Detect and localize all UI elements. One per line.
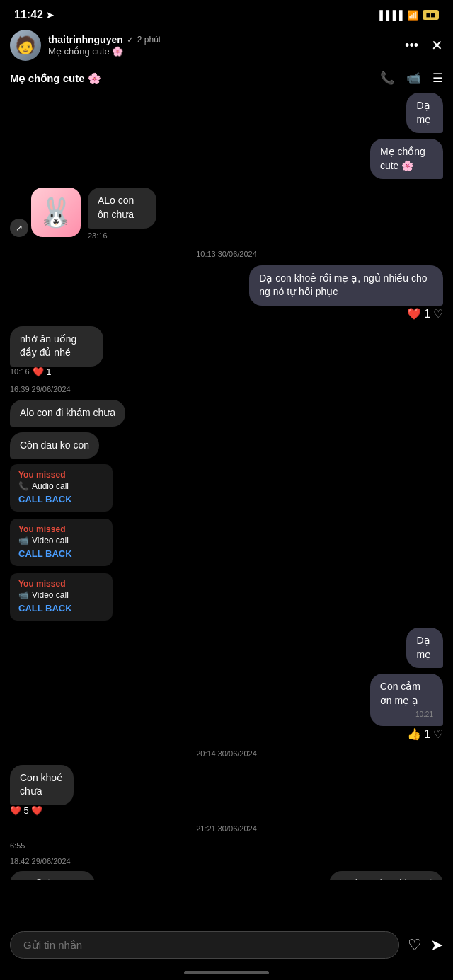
- signal-icon: ▐▐▐▐: [377, 10, 403, 21]
- message-row: Dạ mẹ: [10, 93, 443, 133]
- missed-call-box: You missed 📹 Video call CALL BACK: [10, 519, 113, 566]
- call-back-button[interactable]: CALL BACK: [18, 492, 104, 506]
- chat-name: Mẹ chồng cute 🌸: [48, 46, 161, 57]
- incoming-bubble: Alo con đi khám chưa: [10, 400, 125, 427]
- incoming-bubble: Con khoẻ chưa: [10, 765, 74, 805]
- incoming-video-call-bubble: 📹 Incoming video call 7 mins 47 sec: [329, 871, 443, 880]
- message-input[interactable]: [10, 931, 399, 959]
- audio-call-icon: 📞: [18, 481, 29, 491]
- outgoing-bubble: Dạ mẹ: [406, 93, 443, 133]
- more-icon[interactable]: •••: [405, 38, 418, 53]
- video-call-icon: 📹: [18, 590, 29, 600]
- msg-wrapper: Con cảm ơn mẹ ạ 10:21 👍 1 ♡: [342, 674, 443, 740]
- sticker-time: 23:16: [88, 231, 183, 240]
- you-missed-label: You missed: [18, 579, 104, 589]
- you-missed-label: You missed: [18, 470, 104, 480]
- heart-outline[interactable]: ♡: [433, 727, 443, 741]
- missed-video-row-2: You missed 📹 Video call CALL BACK: [10, 573, 443, 622]
- send-icon[interactable]: ➤: [430, 936, 443, 955]
- sticker: 🐰: [31, 188, 81, 237]
- menu-icon[interactable]: ☰: [432, 71, 443, 86]
- username: thaitrinhnguyen: [48, 34, 123, 45]
- call-type: 📞 Audio call: [18, 481, 104, 491]
- msg-text: nhớ ăn uống đầy đủ nhé: [20, 333, 76, 359]
- missed-call-box: You missed 📞 Audio call CALL BACK: [10, 464, 113, 512]
- reaction: 👍 1: [407, 727, 430, 741]
- call-back-button[interactable]: CALL BACK: [18, 547, 104, 560]
- heart-icon[interactable]: ♡: [408, 936, 422, 955]
- story-header: 🧑 thaitrinhnguyen ✓ 2 phút Mẹ chồng cute…: [0, 25, 453, 67]
- reaction: ❤️ 5 ❤️: [10, 805, 42, 816]
- date-row: 16:39 29/06/2024: [10, 385, 443, 393]
- msg-text: Dạ mẹ: [416, 100, 431, 125]
- status-bar: 11:42 ➤ ▐▐▐▐ 📶 ■■: [0, 0, 453, 25]
- bottom-bar: ♡ ➤: [10, 931, 443, 959]
- call-back-button[interactable]: CALL BACK: [18, 601, 104, 615]
- msg-text: Dạ mẹ: [416, 635, 431, 660]
- msg-text: Con khoẻ chưa: [20, 772, 63, 797]
- incoming-bubble: Còn đau ko con: [10, 432, 99, 459]
- chat-area: Mẹ chồng cute 🌸 📞 📹 ☰ Dạ mẹ Mẹ chồng cut…: [0, 67, 453, 880]
- status-icons: ▐▐▐▐ 📶 ■■: [377, 10, 439, 21]
- user-info: thaitrinhnguyen ✓ 2 phút Mẹ chồng cute 🌸: [48, 34, 161, 57]
- time-ago: 2 phút: [137, 35, 161, 45]
- incoming-bubble: nhớ ăn uống đầy đủ nhé: [10, 326, 103, 367]
- chat-title: Mẹ chồng cute 🌸: [10, 72, 101, 85]
- outgoing-call-bubble: 📞 Outgo 1 m: [10, 871, 95, 880]
- video-call-icon: 📹: [18, 536, 29, 546]
- msg-text: Alo con đi khám chưa: [20, 407, 115, 418]
- call-type: 📹 Video call: [18, 536, 104, 546]
- msg-time: 10:21: [380, 710, 433, 720]
- message-row: Con khoẻ chưa ❤️ 5 ❤️: [10, 765, 443, 816]
- reaction: ❤️ 1: [407, 307, 430, 321]
- reaction: ❤️ 1: [33, 367, 52, 377]
- message-row: Dạ con khoẻ rồi mẹ ạ, ngủ nhiều cho ng n…: [10, 265, 443, 321]
- call-type-label: Audio call: [32, 481, 69, 491]
- date-label: 18:42 29/06/2024: [10, 857, 443, 865]
- you-missed-label: You missed: [18, 524, 104, 534]
- call-type-label: Video call: [32, 590, 69, 600]
- msg-text: Còn đau ko con: [20, 439, 89, 451]
- message-row: Mẹ chồng cute 🌸: [10, 139, 443, 179]
- msg-text: Mẹ chồng cute 🌸: [380, 146, 425, 171]
- missed-call-box: You missed 📹 Video call CALL BACK: [10, 573, 113, 621]
- message-row: Dạ mẹ: [10, 628, 443, 668]
- message-row: Còn đau ko con: [10, 432, 443, 459]
- close-icon[interactable]: ✕: [431, 37, 443, 54]
- timestamp: 10:13 30/06/2024: [10, 250, 443, 258]
- verified-icon: ✓: [127, 35, 134, 45]
- reaction-row: 👍 1 ♡: [407, 727, 443, 741]
- message-row: nhớ ăn uống đầy đủ nhé 10:16 ❤️ 1: [10, 326, 443, 377]
- heart-outline[interactable]: ♡: [433, 307, 443, 321]
- msg-time: 10:16: [10, 367, 30, 376]
- incoming-video-label: Incoming video call: [355, 877, 433, 880]
- call-type: 📹 Video call: [18, 590, 104, 600]
- location-icon: ➤: [46, 10, 54, 21]
- reaction-time-row: 10:16 ❤️ 1: [10, 367, 51, 377]
- wifi-icon: 📶: [407, 10, 418, 21]
- video-call-icon[interactable]: 📹: [406, 71, 421, 86]
- battery-icon: ■■: [423, 10, 439, 20]
- incoming-with-sticker: ALo con ôn chưa 23:16: [88, 188, 183, 239]
- chat-inner-header: Mẹ chồng cute 🌸 📞 📹 ☰: [10, 67, 443, 88]
- msg-text: ALo con ôn chưa: [98, 195, 134, 220]
- phone-icon[interactable]: 📞: [380, 71, 395, 86]
- outgoing-bubble: Dạ mẹ: [406, 628, 443, 668]
- share-btn[interactable]: ↗: [10, 219, 28, 237]
- msg-wrapper: Dạ mẹ: [392, 93, 443, 133]
- call-type-label: Video call: [32, 536, 69, 546]
- sticker-container: ↗ 🐰: [10, 188, 81, 237]
- incoming-bubble: ALo con ôn chưa: [88, 188, 156, 228]
- missed-audio-row: You missed 📞 Audio call CALL BACK: [10, 464, 443, 513]
- timestamp: 21:21 30/06/2024: [10, 824, 443, 833]
- avatar: 🧑: [10, 30, 41, 61]
- msg-text: Dạ con khoẻ rồi mẹ ạ, ngủ nhiều cho ng n…: [259, 272, 427, 298]
- message-row: Alo con đi khám chưa: [10, 400, 443, 427]
- msg-wrapper: Dạ con khoẻ rồi mẹ ạ, ngủ nhiều cho ng n…: [174, 265, 443, 321]
- outgoing-bubble: Dạ con khoẻ rồi mẹ ạ, ngủ nhiều cho ng n…: [249, 265, 443, 306]
- call-messages: 📞 Outgo 1 m 📹 Incoming video call 7 mins…: [10, 871, 443, 880]
- timestamp: 20:14 30/06/2024: [10, 749, 443, 758]
- later-messages: 📞 Outgo 1 m 📹 Incoming video call 7 mins…: [10, 871, 443, 880]
- outgoing-bubble: Mẹ chồng cute 🌸: [370, 139, 443, 179]
- bottom-handle: [184, 971, 269, 974]
